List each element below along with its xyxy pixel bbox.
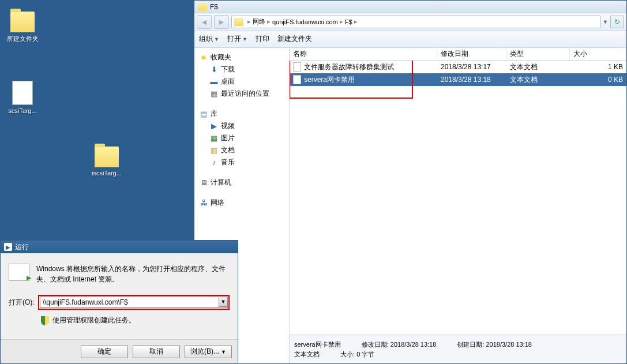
video-icon: ▶ (209, 122, 219, 131)
folder-icon (234, 18, 243, 26)
sidebar-favorites[interactable]: ★收藏夹 (197, 51, 287, 63)
column-size[interactable]: 大小 (570, 48, 626, 60)
file-size-cell: 0 KB (570, 76, 626, 84)
run-icon: ▶ (4, 243, 12, 251)
run-admin-note: 使用管理权限创建此任务。 (9, 316, 230, 325)
breadcrumb-part[interactable]: 网络 (253, 17, 265, 26)
folder-icon (198, 3, 207, 11)
titlebar[interactable]: F$ (194, 1, 626, 13)
breadcrumb-sep: ▸ (247, 18, 251, 25)
run-app-icon (9, 264, 29, 281)
file-row[interactable]: servera网卡禁用 2018/3/28 13:18 文本文档 0 KB (290, 73, 626, 86)
status-moddate: 修改日期: 2018/3/28 13:18 (362, 340, 437, 349)
sidebar-documents[interactable]: ▥文档 (197, 144, 287, 156)
file-name-cell: 文件服务器故障转移群集测试 (290, 62, 437, 72)
column-date[interactable]: 修改日期 (437, 48, 506, 60)
window-title: F$ (210, 3, 218, 11)
sidebar-music[interactable]: ♪音乐 (197, 156, 287, 168)
chevron-down-icon: ▼ (214, 36, 219, 42)
back-button[interactable]: ◄ (197, 15, 212, 29)
file-size-cell: 1 KB (570, 63, 626, 71)
file-list[interactable]: 文件服务器故障转移群集测试 2018/3/28 13:17 文本文档 1 KB … (290, 61, 626, 335)
picture-icon: ▦ (209, 134, 219, 143)
document-icon (12, 81, 33, 105)
run-input[interactable] (40, 297, 228, 308)
desktop-scsitarg[interactable]: scsiTarg... (2, 81, 43, 114)
document-icon (293, 75, 301, 84)
address-bar[interactable]: ▸ 网络 ▸ qunjiFS.fudanwuxi.com ▸ F$ ▸ (231, 16, 600, 28)
file-date-cell: 2018/3/28 13:17 (437, 63, 506, 71)
status-filename: servera网卡禁用 (294, 340, 341, 349)
desktop-icon: ▬ (209, 77, 219, 87)
browse-button[interactable]: 浏览(B)...▼ (185, 346, 232, 358)
column-name[interactable]: 名称 (290, 48, 437, 60)
document-icon: ▥ (209, 146, 219, 155)
folder-icon (95, 147, 119, 167)
run-dialog: ▶ 运行 Windows 将根据您所输入的名称，为您打开相应的程序、文件夹、文档… (0, 240, 238, 364)
organize-menu[interactable]: 组织 ▼ (199, 34, 219, 44)
new-folder-button[interactable]: 新建文件夹 (277, 34, 312, 44)
file-name-cell: servera网卡禁用 (290, 75, 437, 85)
run-dropdown-button[interactable]: ▼ (219, 297, 228, 307)
ok-button[interactable]: 确定 (81, 346, 128, 358)
breadcrumb-part[interactable]: F$ (345, 18, 352, 25)
recent-icon: ▦ (209, 89, 219, 99)
download-icon: ⬇ (209, 65, 219, 74)
explorer-window: F$ ◄ ► ▸ 网络 ▸ qunjiFS.fudanwuxi.com ▸ F$… (194, 0, 627, 364)
desktop-icon-label: scsiTarg... (2, 107, 43, 114)
print-button[interactable]: 打印 (256, 34, 269, 44)
file-type-cell: 文本文档 (506, 75, 570, 85)
sidebar-desktop[interactable]: ▬桌面 (197, 76, 287, 88)
content-area: 名称 修改日期 类型 大小 文件服务器故障转移群集测试 2018/3/28 13… (290, 48, 626, 363)
chevron-down-icon: ▼ (221, 349, 226, 355)
run-open-label: 打开(O): (9, 298, 35, 307)
status-filesize: 大小: 0 字节 (340, 350, 374, 359)
sidebar-downloads[interactable]: ⬇下载 (197, 63, 287, 76)
sidebar-recent[interactable]: ▦最近访问的位置 (197, 88, 287, 100)
music-icon: ♪ (209, 158, 219, 167)
library-icon: ▤ (199, 110, 208, 119)
file-row[interactable]: 文件服务器故障转移群集测试 2018/3/28 13:17 文本文档 1 KB (290, 61, 626, 73)
address-dropdown[interactable]: ▼ (603, 19, 608, 25)
status-createdate: 创建日期: 2018/3/28 13:18 (457, 340, 532, 349)
sidebar-computer[interactable]: 🖥计算机 (197, 177, 287, 189)
run-title-text: 运行 (15, 242, 29, 252)
desktop-folder-new[interactable]: 所建文件夹 (2, 12, 43, 43)
file-date-cell: 2018/3/28 13:18 (437, 76, 506, 84)
open-menu[interactable]: 打开 ▼ (227, 34, 247, 44)
status-filetype: 文本文档 (294, 350, 320, 359)
navbar: ◄ ► ▸ 网络 ▸ qunjiFS.fudanwuxi.com ▸ F$ ▸ … (194, 13, 626, 31)
network-icon: 🖧 (199, 198, 208, 208)
highlight-annotation (38, 295, 230, 310)
desktop-icon-label: iscsiTarg... (87, 170, 127, 177)
breadcrumb-sep: ▸ (267, 18, 271, 25)
run-titlebar[interactable]: ▶ 运行 (1, 241, 238, 253)
shield-icon (41, 316, 49, 325)
run-button-bar: 确定 取消 浏览(B)...▼ (1, 339, 238, 363)
star-icon: ★ (199, 53, 208, 62)
breadcrumb-part[interactable]: qunjiFS.fudanwuxi.com (272, 18, 338, 25)
column-type[interactable]: 类型 (506, 48, 570, 60)
file-type-cell: 文本文档 (506, 62, 570, 72)
computer-icon: 🖥 (199, 178, 208, 187)
breadcrumb-sep: ▸ (340, 18, 343, 25)
column-headers: 名称 修改日期 类型 大小 (290, 48, 626, 61)
sidebar-network[interactable]: 🖧网络 (197, 197, 287, 209)
desktop-icon-label: 所建文件夹 (2, 35, 43, 43)
document-icon (293, 62, 301, 72)
status-bar: servera网卡禁用 修改日期: 2018/3/28 13:18 创建日期: … (290, 335, 626, 363)
cancel-button[interactable]: 取消 (133, 346, 180, 358)
chevron-down-icon: ▼ (242, 36, 247, 42)
sidebar-pictures[interactable]: ▦图片 (197, 132, 287, 144)
refresh-button[interactable]: ↻ (610, 16, 624, 28)
toolbar: 组织 ▼ 打开 ▼ 打印 新建文件夹 (194, 31, 626, 48)
breadcrumb-sep: ▸ (354, 18, 358, 25)
run-description: Windows 将根据您所输入的名称，为您打开相应的程序、文件夹、文档或 Int… (36, 264, 230, 284)
desktop-iscsitarg[interactable]: iscsiTarg... (87, 147, 127, 177)
folder-icon (10, 12, 35, 32)
sidebar-libraries[interactable]: ▤库 (197, 108, 287, 120)
sidebar-videos[interactable]: ▶视频 (197, 120, 287, 132)
forward-button[interactable]: ► (214, 15, 229, 29)
